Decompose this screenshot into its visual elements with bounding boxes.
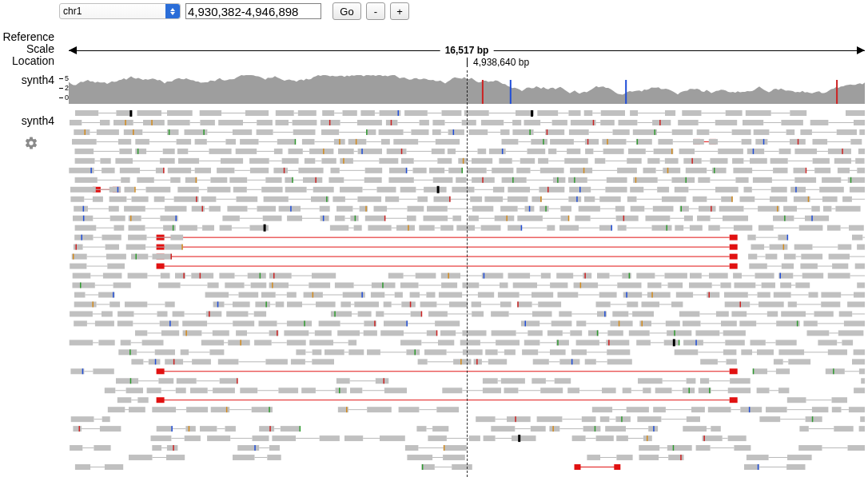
svg-rect-223 <box>709 139 718 145</box>
svg-rect-1172 <box>415 349 416 355</box>
svg-rect-1346 <box>592 407 612 412</box>
svg-rect-1485 <box>233 455 255 460</box>
svg-rect-164 <box>569 129 589 135</box>
svg-rect-922 <box>809 292 818 298</box>
svg-rect-242 <box>209 149 232 154</box>
svg-rect-1066 <box>844 320 865 326</box>
chromosome-select[interactable]: chr1 <box>59 3 181 19</box>
svg-rect-991 <box>331 311 352 316</box>
svg-rect-142 <box>257 129 273 135</box>
svg-rect-546 <box>740 197 755 202</box>
svg-rect-650 <box>623 216 625 221</box>
svg-rect-1139 <box>606 340 629 345</box>
svg-rect-782 <box>161 273 170 279</box>
svg-rect-234 <box>75 149 94 154</box>
svg-rect-1506 <box>422 464 424 470</box>
svg-rect-16 <box>730 235 738 240</box>
svg-rect-1142 <box>636 340 651 345</box>
svg-rect-1148 <box>725 340 745 345</box>
svg-rect-709 <box>799 225 823 231</box>
svg-rect-918 <box>724 292 748 298</box>
svg-rect-1059 <box>721 320 737 326</box>
svg-rect-680 <box>368 225 391 231</box>
svg-rect-711 <box>827 225 841 231</box>
svg-rect-873 <box>795 283 810 288</box>
svg-rect-832 <box>73 283 95 288</box>
svg-rect-1293 <box>384 388 407 393</box>
svg-rect-1250 <box>130 378 132 384</box>
svg-rect-894 <box>371 292 384 298</box>
svg-rect-610 <box>823 206 831 212</box>
svg-rect-1412 <box>595 426 596 431</box>
svg-rect-648 <box>575 216 590 221</box>
svg-rect-196 <box>302 139 315 145</box>
zoom-in-button[interactable]: + <box>390 2 409 20</box>
svg-rect-1422 <box>834 426 853 431</box>
svg-rect-1024 <box>74 320 87 326</box>
svg-rect-110 <box>552 120 567 125</box>
svg-rect-675 <box>264 225 266 232</box>
svg-rect-1080 <box>315 330 332 336</box>
svg-rect-522 <box>417 197 428 202</box>
track-area[interactable]: 16,517 bp 4,938,640 bp <box>69 32 865 477</box>
svg-rect-213 <box>587 139 589 145</box>
coordinates-input[interactable] <box>185 3 321 19</box>
svg-rect-1418 <box>683 426 707 431</box>
svg-rect-61 <box>568 110 580 116</box>
svg-rect-1083 <box>364 330 377 336</box>
svg-rect-655 <box>697 216 711 221</box>
svg-rect-880 <box>98 292 114 298</box>
svg-rect-232 <box>850 139 862 145</box>
gear-icon[interactable] <box>24 136 38 154</box>
svg-rect-1386 <box>73 426 82 431</box>
svg-rect-504 <box>109 197 127 202</box>
svg-rect-175 <box>786 129 795 135</box>
svg-rect-350 <box>195 168 211 173</box>
svg-rect-1227 <box>700 359 718 364</box>
svg-rect-635 <box>384 216 386 221</box>
svg-rect-1028 <box>160 320 179 326</box>
svg-rect-619 <box>130 216 132 221</box>
svg-rect-112 <box>571 120 596 125</box>
svg-rect-274 <box>671 149 673 154</box>
zoom-out-button[interactable]: - <box>366 2 385 20</box>
svg-rect-1399 <box>281 426 301 431</box>
center-position-marker <box>467 70 468 477</box>
svg-rect-326 <box>665 158 679 164</box>
svg-rect-507 <box>154 197 165 202</box>
svg-rect-106 <box>481 120 504 125</box>
svg-rect-1195 <box>854 349 865 355</box>
svg-rect-900 <box>439 292 462 298</box>
go-button[interactable]: Go <box>332 2 361 20</box>
svg-rect-488 <box>675 187 689 193</box>
svg-rect-1240 <box>753 368 767 374</box>
svg-rect-1400 <box>269 426 271 431</box>
svg-rect-992 <box>358 311 372 316</box>
svg-rect-1010 <box>632 311 654 316</box>
svg-rect-467 <box>340 187 363 193</box>
svg-rect-248 <box>309 149 333 154</box>
svg-rect-663 <box>75 225 97 231</box>
svg-rect-1109 <box>807 330 830 336</box>
svg-rect-1390 <box>157 426 173 431</box>
svg-rect-1170 <box>367 349 380 355</box>
svg-rect-914 <box>676 292 693 298</box>
svg-rect-100 <box>420 120 429 125</box>
svg-rect-283 <box>794 149 817 154</box>
svg-rect-1359 <box>832 407 842 412</box>
svg-rect-518 <box>332 197 345 202</box>
svg-rect-1436 <box>344 435 363 441</box>
svg-rect-516 <box>326 197 328 202</box>
svg-rect-28 <box>730 368 738 374</box>
svg-rect-1149 <box>695 340 697 345</box>
svg-rect-1228 <box>727 359 737 364</box>
svg-rect-1279 <box>147 388 161 393</box>
svg-rect-165 <box>613 129 630 135</box>
svg-rect-477 <box>508 187 530 193</box>
svg-rect-1304 <box>623 388 631 393</box>
svg-rect-757 <box>766 254 778 260</box>
svg-rect-703 <box>690 225 703 231</box>
svg-rect-860 <box>617 283 641 288</box>
svg-rect-916 <box>709 292 711 298</box>
svg-rect-251 <box>338 149 354 154</box>
